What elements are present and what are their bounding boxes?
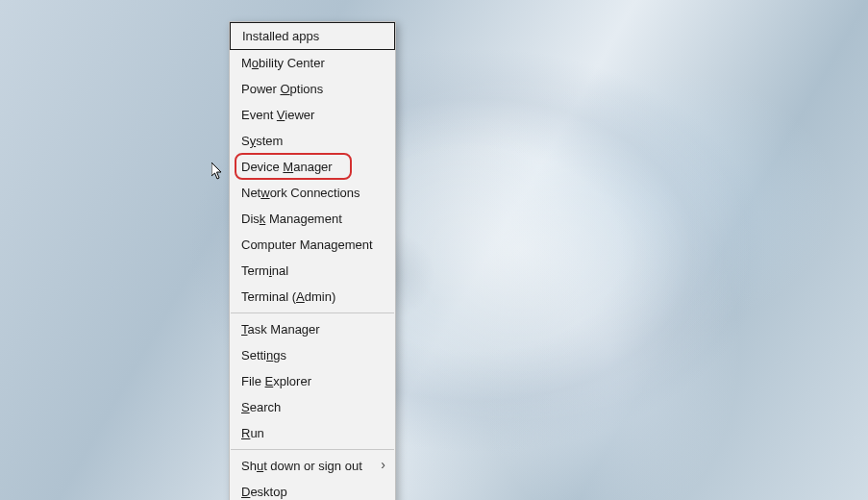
menu-item-computer-management[interactable]: Computer Management [230,232,395,258]
menu-item-settings[interactable]: Settings [230,342,395,368]
menu-item-label: Disk Management [241,212,342,226]
menu-item-label: Mobility Center [241,56,325,70]
menu-item-label: Run [241,426,264,440]
menu-item-terminal-admin[interactable]: Terminal (Admin) [230,284,395,310]
menu-item-system[interactable]: System [230,128,395,154]
menu-item-search[interactable]: Search [230,394,395,420]
menu-item-label: Terminal (Admin) [241,289,335,304]
menu-item-file-explorer[interactable]: File Explorer [230,368,395,394]
winx-context-menu[interactable]: Installed apps Mobility Center Power Opt… [229,21,396,500]
menu-item-desktop[interactable]: Desktop [230,479,395,500]
menu-item-label: Settings [241,348,286,362]
menu-item-label: File Explorer [241,374,311,388]
menu-item-label: Terminal [241,263,288,278]
menu-item-event-viewer[interactable]: Event Viewer [230,102,395,128]
menu-item-mobility-center[interactable]: Mobility Center [230,50,395,76]
menu-item-label: Installed apps [242,29,319,43]
menu-item-installed-apps[interactable]: Installed apps [230,22,395,50]
menu-item-device-manager[interactable]: Device Manager [230,154,395,180]
menu-item-terminal[interactable]: Terminal [230,258,395,284]
menu-item-label: Computer Management [241,238,373,252]
menu-item-label: Shut down or sign out [241,459,362,473]
menu-item-label: Device Manager [241,160,333,174]
menu-separator [231,312,394,313]
menu-item-network-connections[interactable]: Network Connections [230,180,395,206]
menu-item-label: Network Connections [241,186,360,200]
menu-item-label: Desktop [241,485,287,499]
menu-item-shut-down[interactable]: Shut down or sign out [230,453,395,479]
menu-item-run[interactable]: Run [230,420,395,446]
menu-item-label: Event Viewer [241,108,314,122]
menu-item-label: System [241,134,283,148]
desktop-wallpaper [0,0,868,500]
menu-item-task-manager[interactable]: Task Manager [230,316,395,342]
menu-item-label: Task Manager [241,322,320,337]
menu-item-label: Search [241,400,281,414]
menu-item-disk-management[interactable]: Disk Management [230,206,395,232]
menu-separator [231,449,394,450]
menu-item-power-options[interactable]: Power Options [230,76,395,102]
menu-item-label: Power Options [241,82,323,96]
